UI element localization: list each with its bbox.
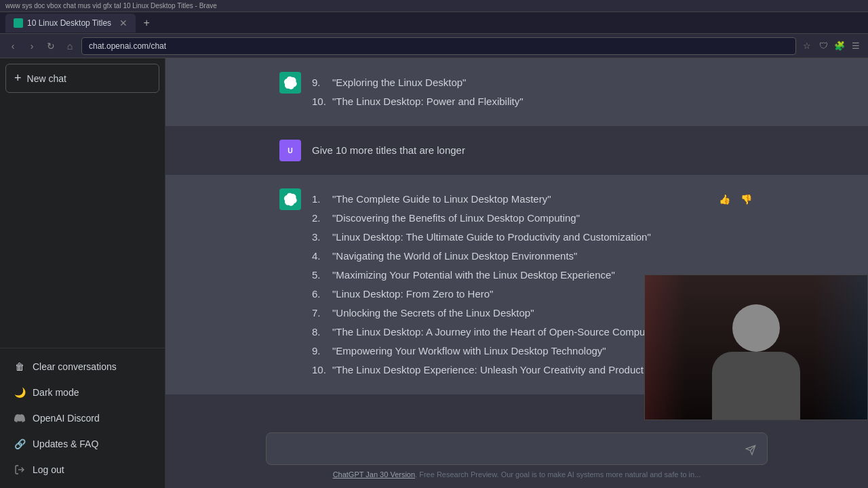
app-layout: + New chat 🗑 Clear conversations 🌙 Dark … [0,58,868,488]
avatar-gpt [279,72,301,94]
list-text: "Unlocking the Secrets of the Linux Desk… [332,305,534,321]
tab-favicon [14,18,23,28]
person-head [732,304,780,352]
list-num: 7. [312,305,328,321]
light-right [813,275,867,420]
forward-button[interactable]: › [24,39,39,54]
menu-icon[interactable]: ☰ [849,39,863,53]
list-text: "Navigating the World of Linux Desktop E… [332,248,577,264]
send-button[interactable] [741,440,761,460]
svg-text:U: U [288,147,293,155]
thumbs-up-button[interactable]: 👍 [716,191,732,207]
thumbs-down-button[interactable]: 👎 [738,191,754,207]
sidebar-top: + New chat [0,58,165,348]
list-text: "Exploring the Linux Desktop" [332,75,466,91]
list-item: 10. "The Linux Desktop: Power and Flexib… [312,94,754,110]
message-block-user: U Give 10 more titles that are longer [165,126,868,175]
chat-main: 9. "Exploring the Linux Desktop" 10. "Th… [165,58,868,488]
list-text: "Linux Desktop: From Zero to Hero" [332,286,493,302]
new-tab-button[interactable]: + [138,15,155,31]
user-message-content: Give 10 more titles that are longer [312,140,754,159]
video-placeholder [645,275,867,420]
light-left [645,275,686,420]
list-text: "The Linux Desktop: Power and Flexibilit… [332,94,524,110]
footer-version-link[interactable]: ChatGPT Jan 30 Version [333,470,415,479]
browser-tab[interactable]: 10 Linux Desktop Titles ✕ [5,14,136,33]
dark-mode-label: Dark mode [33,387,79,398]
list-num: 10. [312,362,328,378]
person-figure [712,304,800,420]
updates-label: Updates & FAQ [33,439,98,449]
list-num: 9. [312,75,328,91]
avatar-gpt [279,188,301,210]
address-bar-actions: ☆ 🛡 🧩 ☰ [800,39,863,53]
message-actions: 👍 👎 [716,191,754,207]
list-num: 10. [312,94,328,110]
list-text: "The Linux Desktop Experience: Unleash Y… [332,362,665,378]
list-text: "Linux Desktop: The Ultimate Guide to Pr… [332,229,651,245]
sidebar-item-logout[interactable]: Log out [5,457,159,483]
logout-icon [14,464,26,476]
avatar-user: U [279,140,301,161]
system-bar: www sys doc vbox chat mus vid gfx tal 10… [0,0,868,12]
previous-list: 9. "Exploring the Linux Desktop" 10. "Th… [312,75,754,110]
list-item: 4."Navigating the World of Linux Desktop… [312,248,754,264]
address-bar: ‹ › ↻ ⌂ ☆ 🛡 🧩 ☰ [0,34,868,58]
message-inner: U Give 10 more titles that are longer [266,140,768,161]
list-item: 2."Discovering the Benefits of Linux Des… [312,210,754,226]
shield-icon[interactable]: 🛡 [816,39,830,53]
sidebar-item-dark-mode[interactable]: 🌙 Dark mode [5,380,159,405]
sidebar-item-clear[interactable]: 🗑 Clear conversations [5,354,159,380]
list-num: 5. [312,267,328,283]
logout-label: Log out [33,464,64,475]
reload-button[interactable]: ↻ [43,39,58,54]
message-block-previous-gpt: 9. "Exploring the Linux Desktop" 10. "Th… [165,58,868,126]
list-text: "The Complete Guide to Linux Desktop Mas… [332,191,551,207]
list-item: 9. "Exploring the Linux Desktop" [312,75,754,91]
chat-input-area: ChatGPT Jan 30 Version. Free Research Pr… [165,424,868,488]
link-icon: 🔗 [14,438,26,450]
discord-icon [14,412,26,424]
moon-icon: 🌙 [14,386,26,399]
chat-input[interactable] [266,432,768,465]
list-num: 8. [312,324,328,340]
video-overlay [644,274,868,420]
list-text: "Discovering the Benefits of Linux Deskt… [332,210,580,226]
previous-gpt-content: 9. "Exploring the Linux Desktop" 10. "Th… [312,72,754,113]
chat-footer: ChatGPT Jan 30 Version. Free Research Pr… [266,468,768,483]
sidebar-bottom: 🗑 Clear conversations 🌙 Dark mode OpenAI… [0,348,165,488]
system-bar-text: www sys doc vbox chat mus vid gfx tal 10… [5,2,217,9]
list-num: 4. [312,248,328,264]
list-num: 3. [312,229,328,245]
footer-text: . Free Research Preview. Our goal is to … [415,470,701,479]
back-button[interactable]: ‹ [5,39,20,54]
new-chat-label: New chat [27,73,66,84]
list-num: 2. [312,210,328,226]
tab-title: 10 Linux Desktop Titles [27,18,111,28]
address-input[interactable] [81,37,796,55]
person-body [712,352,800,420]
tab-close-button[interactable]: ✕ [119,18,127,28]
sidebar: + New chat 🗑 Clear conversations 🌙 Dark … [0,58,165,488]
extensions-icon[interactable]: 🧩 [833,39,846,53]
list-text: "Maximizing Your Potential with the Linu… [332,267,615,283]
discord-label: OpenAI Discord [33,413,100,424]
plus-icon: + [14,71,22,85]
list-text: "The Linux Desktop: A Journey into the H… [332,324,665,340]
list-num: 9. [312,343,328,359]
bookmark-icon[interactable]: ☆ [800,39,814,53]
message-inner: 9. "Exploring the Linux Desktop" 10. "Th… [266,72,768,113]
home-button[interactable]: ⌂ [62,39,77,54]
sidebar-item-updates[interactable]: 🔗 Updates & FAQ [5,431,159,457]
trash-icon: 🗑 [14,361,26,373]
list-text: "Empowering Your Workflow with Linux Des… [332,343,606,359]
sidebar-item-discord[interactable]: OpenAI Discord [5,405,159,431]
new-chat-button[interactable]: + New chat [5,64,159,93]
tab-bar: 10 Linux Desktop Titles ✕ + [0,12,868,34]
list-item: 1."The Complete Guide to Linux Desktop M… [312,191,754,207]
chat-input-wrapper [266,432,768,468]
clear-conversations-label: Clear conversations [33,361,117,372]
user-message-text: Give 10 more titles that are longer [312,144,465,156]
list-num: 1. [312,191,328,207]
list-item: 3."Linux Desktop: The Ultimate Guide to … [312,229,754,245]
